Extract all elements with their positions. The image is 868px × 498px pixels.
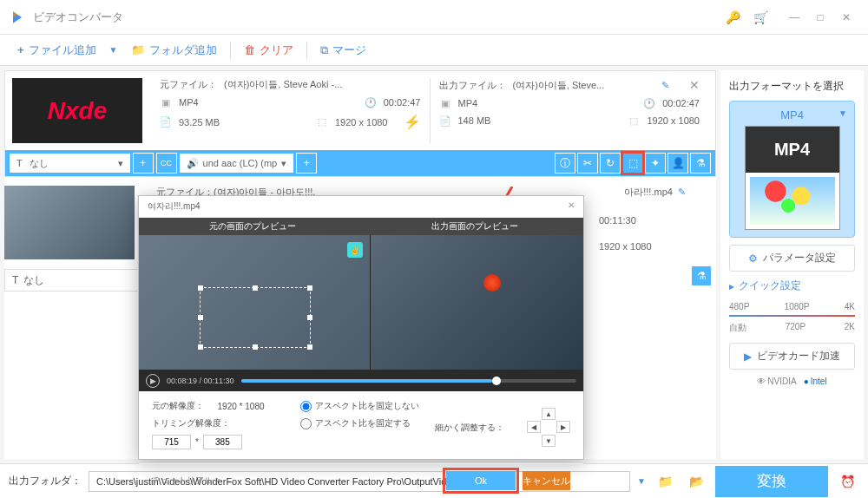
titlebar: ビデオコンバータ 🔑 🛒 — □ ✕ bbox=[0, 0, 868, 35]
intel-logo: ● Intel bbox=[804, 377, 827, 386]
ok-button[interactable]: Ok bbox=[446, 471, 516, 490]
app-logo bbox=[9, 9, 26, 26]
lightning-icon: ⚡ bbox=[404, 114, 421, 130]
dpad-left[interactable]: ◀ bbox=[527, 421, 541, 433]
aspect-lock-radio[interactable]: アスペクト比を固定する bbox=[300, 417, 422, 429]
dialog-title: 여자리!!!.mp4 bbox=[148, 200, 201, 213]
merge-button[interactable]: ⧉マージ bbox=[312, 39, 375, 62]
crop-height-input[interactable] bbox=[203, 435, 242, 449]
chevron-down-icon: ▼ bbox=[838, 108, 847, 118]
subtitle-track[interactable]: T なし bbox=[4, 269, 139, 292]
app-title: ビデオコンバータ bbox=[33, 10, 726, 25]
tutorial-link[interactable]: チュートリアル > bbox=[152, 475, 220, 487]
rotate-icon[interactable]: ↻ bbox=[600, 153, 621, 174]
aspect-free-radio[interactable]: アスペクト比を固定しない bbox=[300, 400, 422, 412]
gpu-accel-button[interactable]: ▶ビデオカード加速 bbox=[729, 343, 855, 370]
path-dropdown-icon[interactable]: ▼ bbox=[637, 476, 646, 486]
audio-track[interactable]: 🔊und aac (LC) (mp▾ bbox=[180, 154, 294, 173]
sidebar: 出力フォーマットを選択 MP4 ▼ ⚙パラメータ設定 ▸ クイック設定 480P… bbox=[720, 70, 864, 459]
main-toolbar: +ファイル追加 ▼ 📁フォルダ追加 🗑クリア ⧉マージ bbox=[0, 35, 868, 66]
file-item: Nxde 元ファイル：(여자)아이들, Steve Aoki -... ▣MP4… bbox=[4, 70, 716, 177]
cut-icon[interactable]: ✂ bbox=[577, 153, 598, 174]
cancel-button[interactable]: キャンセル bbox=[523, 471, 570, 490]
browse-icon[interactable]: 📂 bbox=[684, 471, 708, 492]
watermark-badge: ✌ bbox=[347, 242, 363, 258]
filter-icon[interactable]: ⚗ bbox=[691, 265, 712, 286]
clock-icon: 🕐 bbox=[365, 96, 377, 108]
quick-settings-title: ▸ クイック設定 bbox=[729, 278, 855, 293]
dialog-close-icon[interactable]: ✕ bbox=[568, 200, 575, 213]
output-preview-label: 出力画面のプレビュー bbox=[366, 218, 583, 235]
clear-button[interactable]: 🗑クリア bbox=[235, 39, 302, 62]
key-icon[interactable]: 🔑 bbox=[726, 10, 740, 24]
effects-icon[interactable]: ✦ bbox=[645, 153, 666, 174]
size-icon: 📄 bbox=[160, 116, 172, 128]
add-file-dropdown-icon[interactable]: ▼ bbox=[109, 45, 118, 55]
progress-bar[interactable] bbox=[241, 379, 576, 383]
crop-rectangle[interactable] bbox=[200, 287, 311, 348]
close-button[interactable]: ✕ bbox=[833, 4, 859, 30]
output-preview bbox=[371, 235, 583, 370]
convert-button[interactable]: 変換 bbox=[715, 466, 828, 497]
remove-icon[interactable]: ✕ bbox=[689, 78, 700, 92]
cart-icon[interactable]: 🛒 bbox=[753, 10, 768, 24]
format-section-title: 出力フォーマットを選択 bbox=[729, 79, 855, 94]
add-folder-button[interactable]: 📁フォルダ追加 bbox=[122, 39, 226, 62]
nvidia-logo: 👁 NVIDIA bbox=[757, 377, 796, 386]
crop-icon[interactable]: ⬚ bbox=[622, 153, 643, 174]
maximize-button[interactable]: □ bbox=[807, 4, 833, 30]
watermark-icon[interactable]: 👤 bbox=[667, 153, 688, 174]
dpad-right[interactable]: ▶ bbox=[556, 421, 570, 433]
dpad-up[interactable]: ▲ bbox=[542, 408, 556, 420]
output-format-selector[interactable]: MP4 ▼ bbox=[729, 101, 855, 238]
edit-toolbar: T なし▾ + CC 🔊und aac (LC) (mp▾ + ⓘ ✂ ↻ ⬚ … bbox=[5, 150, 715, 176]
gpu-icon: ▶ bbox=[744, 351, 752, 363]
play-button[interactable]: ▶ bbox=[146, 374, 160, 388]
video-thumbnail[interactable] bbox=[4, 186, 135, 259]
subtitle-track[interactable]: T なし▾ bbox=[10, 154, 130, 173]
crop-dialog: 여자리!!!.mp4✕ 元の画面のプレビュー 出力画面のプレビュー ✌ ▶ 00… bbox=[138, 195, 584, 460]
cc-button[interactable]: CC bbox=[156, 153, 177, 174]
video-thumbnail[interactable]: Nxde bbox=[12, 78, 142, 143]
timer-icon[interactable]: ⏰ bbox=[835, 471, 859, 492]
minimize-button[interactable]: — bbox=[781, 4, 807, 30]
fine-adjust-dpad: ▲ ▼ ◀ ▶ bbox=[527, 408, 570, 447]
filter-icon[interactable]: ⚗ bbox=[690, 153, 711, 174]
playback-bar: ▶ 00:08:19 / 00:11:30 bbox=[139, 370, 583, 391]
open-folder-icon[interactable]: 📁 bbox=[653, 471, 677, 492]
time-display: 00:08:19 / 00:11:30 bbox=[167, 377, 234, 385]
params-button[interactable]: ⚙パラメータ設定 bbox=[729, 245, 855, 272]
source-preview-label: 元の画面のプレビュー bbox=[139, 218, 366, 235]
source-preview[interactable]: ✌ bbox=[139, 235, 371, 370]
format-icon: ▣ bbox=[160, 96, 172, 108]
add-audio-button[interactable]: + bbox=[296, 153, 317, 174]
add-subtitle-button[interactable]: + bbox=[133, 153, 154, 174]
crop-width-input[interactable] bbox=[152, 435, 191, 449]
resolution-icon: ⬚ bbox=[316, 116, 328, 128]
output-folder-label: 出力フォルダ： bbox=[9, 474, 82, 488]
edit-icon[interactable]: ✎ bbox=[661, 80, 669, 91]
info-icon[interactable]: ⓘ bbox=[555, 153, 575, 174]
settings-icon: ⚙ bbox=[748, 252, 758, 265]
preview-area: ✌ bbox=[139, 235, 583, 370]
dpad-down[interactable]: ▼ bbox=[542, 435, 556, 447]
add-file-button[interactable]: +ファイル追加 bbox=[9, 39, 105, 62]
